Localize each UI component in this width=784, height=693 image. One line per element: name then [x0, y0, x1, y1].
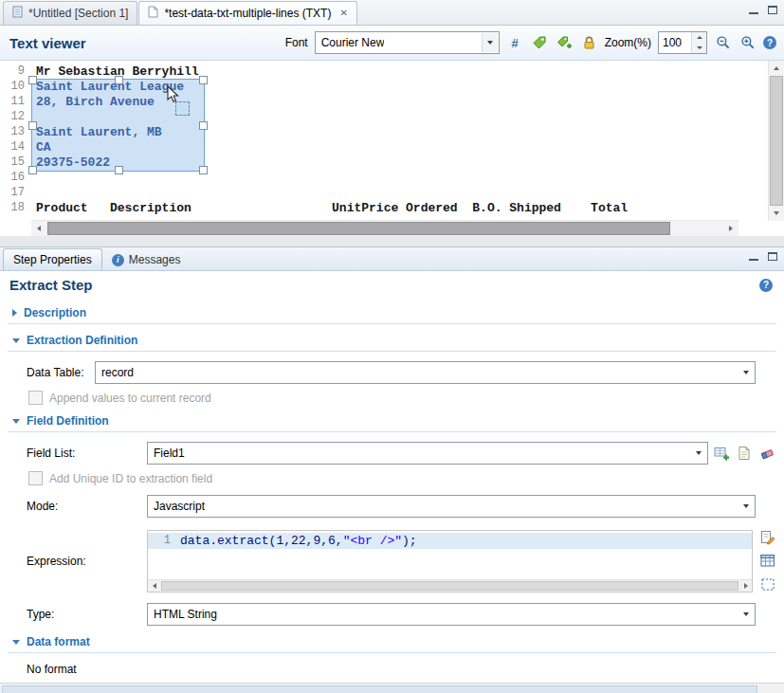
window-controls	[748, 5, 778, 15]
new-field-icon[interactable]	[736, 445, 754, 463]
zoom-spinner	[658, 31, 707, 54]
panel-scroll-thumb[interactable]	[2, 685, 757, 693]
expression-code: data.extract(1,22,9,6,"<br />");	[180, 534, 417, 548]
section-label: Description	[24, 306, 86, 319]
twistie-expanded-icon	[12, 338, 20, 343]
section-field-definition[interactable]: Field Definition	[8, 410, 776, 432]
unique-id-row: Add Unique ID to extraction field	[28, 471, 756, 485]
viewer-tools: Font Courier New # Zoom(%)	[285, 31, 776, 54]
scroll-up-icon[interactable]	[769, 61, 784, 76]
scroll-right-icon[interactable]	[723, 221, 738, 236]
app-root: *Untitled [Section 1] *test-data-txt-mul…	[0, 0, 784, 693]
chevron-down-icon	[738, 497, 754, 516]
hash-toggle-icon[interactable]: #	[506, 34, 524, 52]
panel-window-controls	[748, 251, 778, 262]
field-list-row: Field List: Field1	[27, 442, 776, 465]
spin-down-icon[interactable]	[692, 43, 706, 53]
selection-handle[interactable]	[199, 76, 208, 84]
tab-test-data-file[interactable]: *test-data-txt-multiple-lines (TXT) ✕	[138, 1, 356, 25]
expression-editor[interactable]: 1 data.extract(1,22,9,6,"<br />");	[147, 530, 753, 593]
selection-handle[interactable]	[115, 76, 123, 84]
selection-handle[interactable]	[115, 166, 123, 174]
chevron-down-icon	[738, 363, 754, 382]
lock-icon[interactable]	[580, 34, 598, 52]
viewer-line[interactable]: 18Product Description UnitPrice Ordered …	[0, 200, 769, 215]
selection-handle[interactable]	[199, 166, 208, 174]
unique-id-checkbox[interactable]	[28, 471, 43, 485]
section-label: Extraction Definition	[27, 334, 137, 347]
zoom-in-icon[interactable]	[738, 34, 757, 52]
selection-handle[interactable]	[28, 121, 37, 130]
spin-up-icon[interactable]	[692, 32, 706, 43]
sash-divider[interactable]	[0, 236, 784, 246]
horizontal-scroll-thumb[interactable]	[47, 222, 670, 235]
maximize-icon[interactable]	[767, 5, 778, 15]
line-number: 1	[148, 534, 180, 547]
tag-add-icon[interactable]	[556, 34, 574, 52]
maximize-icon[interactable]	[767, 251, 778, 262]
data-table-select[interactable]: record	[95, 361, 756, 384]
scroll-right-icon[interactable]	[739, 580, 752, 592]
mode-select[interactable]: Javascript	[147, 495, 756, 518]
append-values-row: Append values to current record	[28, 391, 756, 405]
selection-handle[interactable]	[28, 166, 37, 174]
minimize-icon[interactable]	[748, 5, 759, 15]
add-field-icon[interactable]	[713, 445, 731, 463]
section-label: Data format	[27, 635, 90, 648]
type-select[interactable]: HTML String	[147, 603, 756, 626]
delete-field-icon[interactable]	[758, 445, 776, 463]
file-icon	[148, 6, 159, 21]
text-viewer-toolbar: Text viewer Font Courier New # Zoom(%)	[0, 26, 784, 61]
zoom-input[interactable]	[659, 32, 691, 53]
horizontal-scrollbar[interactable]	[31, 220, 738, 236]
scroll-down-icon[interactable]	[769, 206, 784, 221]
line-number: 16	[0, 171, 28, 184]
field-list-label: Field List:	[27, 447, 142, 460]
vertical-scroll-thumb[interactable]	[770, 76, 783, 206]
tab-untitled-section[interactable]: *Untitled [Section 1]	[3, 1, 137, 25]
scroll-left-icon[interactable]	[148, 580, 160, 592]
panel-horizontal-scrollbar[interactable]	[0, 683, 784, 693]
select-region-icon[interactable]	[758, 575, 776, 593]
wizard-table-icon[interactable]	[758, 552, 776, 570]
section-data-format[interactable]: Data format	[8, 630, 776, 653]
section-description[interactable]: Description	[8, 301, 776, 324]
minimize-icon[interactable]	[748, 251, 759, 262]
editor-scroll-thumb[interactable]	[161, 581, 738, 591]
font-select-value: Courier New	[321, 36, 385, 49]
help-icon[interactable]: ?	[763, 36, 776, 49]
close-tab-icon[interactable]: ✕	[339, 9, 347, 18]
viewer-line[interactable]: 17	[0, 185, 769, 200]
mode-row: Mode: Javascript	[27, 495, 756, 518]
font-select[interactable]: Courier New	[315, 31, 500, 54]
vertical-scrollbar[interactable]	[768, 61, 784, 221]
tab-step-properties[interactable]: Step Properties	[3, 248, 102, 270]
tag-icon[interactable]	[531, 34, 549, 52]
scroll-left-icon[interactable]	[31, 221, 46, 236]
text-viewer-content[interactable]: 9Mr Sebastian Berryhill10Saint Laurent L…	[0, 61, 784, 236]
zoom-out-icon[interactable]	[714, 34, 732, 52]
chevron-down-icon	[691, 444, 706, 463]
expression-label: Expression:	[27, 555, 141, 568]
section-file-icon	[12, 6, 24, 21]
line-number: 14	[0, 140, 28, 154]
section-label: Field Definition	[27, 414, 109, 428]
section-extraction-definition[interactable]: Extraction Definition	[8, 329, 776, 352]
data-table-label: Data Table:	[27, 366, 95, 379]
help-icon[interactable]: ?	[759, 279, 773, 292]
tab-label: Step Properties	[13, 253, 92, 266]
line-number: 10	[0, 80, 28, 93]
field-list-value: Field1	[154, 447, 185, 460]
field-list-select[interactable]: Field1	[147, 442, 708, 465]
tab-messages[interactable]: i Messages	[102, 249, 191, 270]
append-values-checkbox[interactable]	[28, 391, 43, 405]
twistie-collapsed-icon	[12, 309, 17, 317]
edit-expression-icon[interactable]	[758, 528, 776, 546]
type-row: Type: HTML String	[27, 603, 756, 626]
selection-handle[interactable]	[28, 76, 37, 84]
selection-handle[interactable]	[199, 121, 208, 130]
type-label: Type:	[27, 608, 147, 621]
expression-row: Expression: 1 data.extract(1,22,9,6,"<br…	[27, 528, 776, 593]
editor-horizontal-scrollbar[interactable]	[148, 579, 752, 592]
data-format-text: No format	[27, 663, 784, 676]
